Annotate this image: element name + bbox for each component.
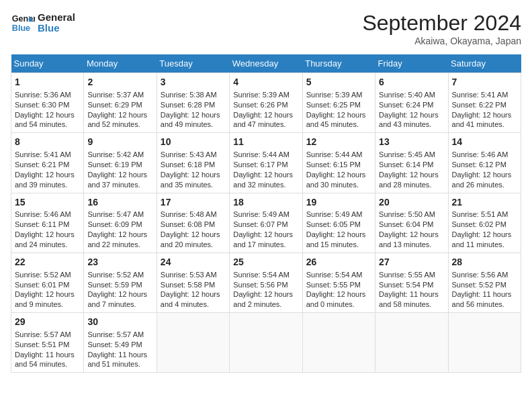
day-number: 29 [15, 316, 80, 328]
day-number: 21 [452, 196, 517, 209]
table-row: 15Sunrise: 5:46 AMSunset: 6:11 PMDayligh… [11, 193, 84, 253]
table-row: 8Sunrise: 5:41 AMSunset: 6:21 PMDaylight… [11, 133, 84, 193]
table-row: 3Sunrise: 5:38 AMSunset: 6:28 PMDaylight… [157, 73, 229, 133]
table-row: 1Sunrise: 5:36 AMSunset: 6:30 PMDaylight… [11, 73, 84, 133]
table-row: 29Sunrise: 5:57 AMSunset: 5:51 PMDayligh… [11, 313, 84, 373]
location: Akaiwa, Okayama, Japan [362, 36, 521, 46]
day-number: 3 [161, 76, 226, 89]
day-number: 5 [306, 76, 371, 89]
table-row: 4Sunrise: 5:39 AMSunset: 6:26 PMDaylight… [230, 73, 302, 133]
logo-line2: Blue [38, 23, 75, 34]
day-number: 26 [306, 256, 371, 269]
table-row: 11Sunrise: 5:44 AMSunset: 6:17 PMDayligh… [230, 133, 302, 193]
day-number: 22 [15, 256, 80, 269]
day-number: 17 [161, 196, 226, 209]
table-row: 28Sunrise: 5:56 AMSunset: 5:52 PMDayligh… [448, 253, 521, 312]
table-row: 22Sunrise: 5:52 AMSunset: 6:01 PMDayligh… [11, 253, 84, 312]
table-row: 2Sunrise: 5:37 AMSunset: 6:29 PMDaylight… [84, 73, 157, 133]
table-row [375, 313, 448, 373]
calendar-body: 1Sunrise: 5:36 AMSunset: 6:30 PMDaylight… [11, 73, 521, 373]
day-number: 19 [306, 196, 371, 209]
calendar-table: Sunday Monday Tuesday Wednesday Thursday… [11, 54, 521, 373]
day-number: 16 [87, 196, 152, 209]
svg-text:Blue: Blue [12, 24, 30, 33]
logo-line1: General [38, 12, 75, 24]
table-row: 18Sunrise: 5:49 AMSunset: 6:07 PMDayligh… [230, 193, 302, 253]
header-tuesday: Tuesday [157, 54, 229, 73]
table-row: 17Sunrise: 5:48 AMSunset: 6:08 PMDayligh… [157, 193, 229, 253]
day-number: 14 [452, 136, 517, 148]
day-number: 23 [87, 256, 152, 269]
table-row: 21Sunrise: 5:51 AMSunset: 6:02 PMDayligh… [448, 193, 521, 253]
month-title: September 2024 [362, 11, 521, 36]
table-row: 12Sunrise: 5:44 AMSunset: 6:15 PMDayligh… [302, 133, 375, 193]
title-block: September 2024 Akaiwa, Okayama, Japan [362, 11, 521, 46]
logo: General Blue General Blue [11, 11, 75, 35]
day-number: 7 [452, 76, 517, 89]
day-number: 4 [233, 76, 298, 89]
table-row: 25Sunrise: 5:54 AMSunset: 5:56 PMDayligh… [230, 253, 302, 312]
day-number: 6 [379, 76, 444, 89]
table-row [230, 313, 302, 373]
day-number: 15 [15, 196, 80, 209]
table-row: 30Sunrise: 5:57 AMSunset: 5:49 PMDayligh… [84, 313, 157, 373]
table-row: 16Sunrise: 5:47 AMSunset: 6:09 PMDayligh… [84, 193, 157, 253]
day-number: 11 [233, 136, 298, 148]
table-row [302, 313, 375, 373]
table-row: 24Sunrise: 5:53 AMSunset: 5:58 PMDayligh… [157, 253, 229, 312]
day-number: 2 [87, 76, 152, 89]
header-monday: Monday [84, 54, 157, 73]
table-row [157, 313, 229, 373]
day-number: 13 [379, 136, 444, 148]
day-number: 25 [233, 256, 298, 269]
day-number: 10 [161, 136, 226, 148]
table-row: 5Sunrise: 5:39 AMSunset: 6:25 PMDaylight… [302, 73, 375, 133]
calendar-header: Sunday Monday Tuesday Wednesday Thursday… [11, 54, 521, 73]
day-number: 27 [379, 256, 444, 269]
header-friday: Friday [375, 54, 448, 73]
logo-icon: General Blue [11, 11, 35, 35]
table-row: 6Sunrise: 5:40 AMSunset: 6:24 PMDaylight… [375, 73, 448, 133]
table-row: 26Sunrise: 5:54 AMSunset: 5:55 PMDayligh… [302, 253, 375, 312]
table-row: 13Sunrise: 5:45 AMSunset: 6:14 PMDayligh… [375, 133, 448, 193]
day-number: 30 [87, 316, 152, 328]
table-row: 27Sunrise: 5:55 AMSunset: 5:54 PMDayligh… [375, 253, 448, 312]
header-thursday: Thursday [302, 54, 375, 73]
table-row: 20Sunrise: 5:50 AMSunset: 6:04 PMDayligh… [375, 193, 448, 253]
table-row: 19Sunrise: 5:49 AMSunset: 6:05 PMDayligh… [302, 193, 375, 253]
table-row: 9Sunrise: 5:42 AMSunset: 6:19 PMDaylight… [84, 133, 157, 193]
day-number: 8 [15, 136, 80, 148]
day-number: 9 [87, 136, 152, 148]
header-sunday: Sunday [11, 54, 84, 73]
day-number: 12 [306, 136, 371, 148]
table-row: 14Sunrise: 5:46 AMSunset: 6:12 PMDayligh… [448, 133, 521, 193]
day-number: 1 [15, 76, 80, 89]
header-saturday: Saturday [448, 54, 521, 73]
day-number: 18 [233, 196, 298, 209]
day-number: 24 [161, 256, 226, 269]
day-number: 20 [379, 196, 444, 209]
table-row: 10Sunrise: 5:43 AMSunset: 6:18 PMDayligh… [157, 133, 229, 193]
table-row [448, 313, 521, 373]
table-row: 7Sunrise: 5:41 AMSunset: 6:22 PMDaylight… [448, 73, 521, 133]
table-row: 23Sunrise: 5:52 AMSunset: 5:59 PMDayligh… [84, 253, 157, 312]
header-wednesday: Wednesday [230, 54, 302, 73]
day-number: 28 [452, 256, 517, 269]
page-header: General Blue General Blue September 2024… [11, 11, 521, 46]
